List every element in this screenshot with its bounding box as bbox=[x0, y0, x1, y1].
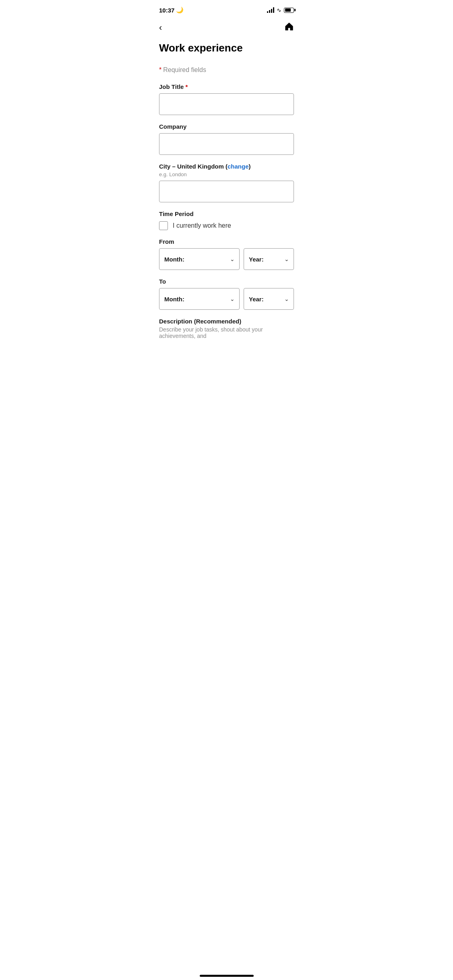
company-label: Company bbox=[159, 123, 294, 130]
home-button[interactable] bbox=[284, 22, 294, 34]
description-hint: Describe your job tasks, shout about you… bbox=[159, 326, 294, 339]
from-label: From bbox=[159, 238, 294, 245]
from-month-select[interactable]: Month: January February March April May … bbox=[159, 248, 240, 270]
job-title-required-star: * bbox=[185, 83, 188, 90]
from-year-select[interactable]: Year: 2024 2023 2022 2021 2020 2019 2018… bbox=[244, 248, 294, 270]
to-year-wrapper: Year: 2024 2023 2022 2021 2020 2019 2018… bbox=[244, 288, 294, 310]
page-title: Work experience bbox=[159, 42, 294, 54]
status-bar: 10:37 🌙 ∿ bbox=[151, 0, 302, 18]
status-time: 10:37 🌙 bbox=[159, 6, 184, 14]
required-note-text: Required fields bbox=[163, 66, 206, 74]
status-icons: ∿ bbox=[267, 7, 294, 13]
signal-icon bbox=[267, 7, 274, 13]
city-change-link[interactable]: change bbox=[228, 163, 249, 170]
required-fields-note: * Required fields bbox=[159, 66, 294, 74]
city-group: City – United Kingdom ( change ) e.g. Lo… bbox=[159, 163, 294, 202]
to-month-wrapper: Month: January February March April May … bbox=[159, 288, 240, 310]
job-title-label: Job Title * bbox=[159, 83, 294, 90]
from-group: From Month: January February March April… bbox=[159, 238, 294, 270]
time-display: 10:37 bbox=[159, 7, 174, 14]
job-title-input[interactable] bbox=[159, 93, 294, 115]
time-period-group: Time Period I currently work here bbox=[159, 210, 294, 230]
company-input[interactable] bbox=[159, 133, 294, 155]
to-label: To bbox=[159, 278, 294, 285]
home-icon bbox=[284, 22, 294, 31]
city-label-row: City – United Kingdom ( change ) bbox=[159, 163, 294, 170]
to-month-select[interactable]: Month: January February March April May … bbox=[159, 288, 240, 310]
from-year-wrapper: Year: 2024 2023 2022 2021 2020 2019 2018… bbox=[244, 248, 294, 270]
to-year-select[interactable]: Year: 2024 2023 2022 2021 2020 2019 2018… bbox=[244, 288, 294, 310]
currently-work-here-checkbox[interactable] bbox=[159, 221, 168, 230]
main-content: Work experience * Required fields Job Ti… bbox=[151, 38, 302, 347]
job-title-group: Job Title * bbox=[159, 83, 294, 115]
city-hint: e.g. London bbox=[159, 171, 294, 177]
city-label-close: ) bbox=[249, 163, 251, 170]
description-section: Description (Recommended) Describe your … bbox=[159, 318, 294, 339]
wifi-icon: ∿ bbox=[277, 7, 281, 13]
currently-work-here-label: I currently work here bbox=[173, 222, 231, 229]
to-date-row: Month: January February March April May … bbox=[159, 288, 294, 310]
moon-icon: 🌙 bbox=[176, 6, 184, 14]
city-label-text: City – United Kingdom ( bbox=[159, 163, 228, 170]
currently-work-here-row: I currently work here bbox=[159, 221, 294, 230]
to-group: To Month: January February March April M… bbox=[159, 278, 294, 310]
battery-icon bbox=[284, 8, 294, 13]
description-title: Description (Recommended) bbox=[159, 318, 294, 325]
from-date-row: Month: January February March April May … bbox=[159, 248, 294, 270]
from-month-wrapper: Month: January February March April May … bbox=[159, 248, 240, 270]
nav-bar: ‹ bbox=[151, 18, 302, 38]
time-period-label: Time Period bbox=[159, 210, 294, 217]
required-star-note: * bbox=[159, 66, 161, 74]
company-group: Company bbox=[159, 123, 294, 155]
back-button[interactable]: ‹ bbox=[159, 23, 162, 32]
city-input[interactable] bbox=[159, 181, 294, 202]
